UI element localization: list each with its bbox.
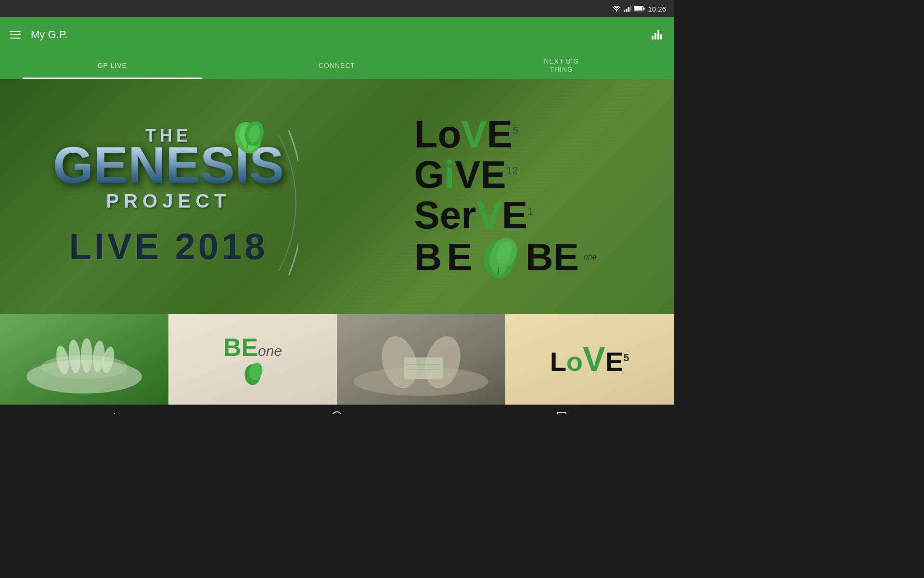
card-hands[interactable] [0,314,168,405]
money-illustration [337,314,505,405]
hero-right: LoVE5 GiVE12 SerVE1 BE BE [337,95,674,298]
tab-next-big-thing[interactable]: NEXT BIGTHING [449,52,674,79]
recents-icon [556,411,567,414]
status-bar: 10:26 [0,0,674,17]
hero-banner: THE GENESIS PROJECT LIVE 2018 LoVE5 GiVE… [0,79,674,314]
app-title: My G.P. [31,28,68,41]
svg-rect-5 [644,8,645,10]
be-one-card-content: BEone [223,333,282,386]
tab-connect[interactable]: CONNECT [225,52,449,79]
love5-card-content: LoVE5 [550,342,629,376]
back-icon [106,411,118,414]
svg-rect-0 [624,10,625,12]
svg-rect-6 [635,7,643,10]
svg-point-22 [81,338,92,373]
svg-rect-2 [628,7,629,12]
signal-icon [624,5,631,12]
give-line: GiVE12 [414,155,597,195]
leaf-icon-right [477,236,521,279]
hero-left: THE GENESIS PROJECT LIVE 2018 [0,106,337,287]
recents-button[interactable] [546,407,577,414]
genesis-logo: THE GENESIS PROJECT [53,126,284,212]
tab-bar: GP LIVE CONNECT NEXT BIGTHING [0,52,674,79]
tab-gp-live[interactable]: GP LIVE [0,52,225,79]
serve-line: SerVE1 [414,195,597,236]
leaf-card [241,362,265,386]
cards-row: BEone [0,314,674,405]
svg-point-35 [332,412,342,414]
home-button[interactable] [321,407,352,414]
nav-bar [0,405,674,414]
project-text: PROJECT [53,190,284,212]
wifi-icon [612,5,621,12]
svg-rect-3 [630,6,632,12]
be-line: BE BE one [414,236,597,279]
svg-marker-34 [110,413,115,414]
love-give-serve-be: LoVE5 GiVE12 SerVE1 BE BE [414,114,597,279]
app-bar: My G.P. [0,17,674,52]
battery-icon [634,5,645,12]
card-love5[interactable]: LoVE5 [505,314,674,405]
chart-icon[interactable] [652,30,662,39]
status-time: 10:26 [648,5,666,13]
svg-rect-1 [626,9,628,12]
leaf-icon-hero [231,121,265,155]
love-line: LoVE5 [414,114,597,155]
card-money[interactable] [337,314,505,405]
svg-rect-36 [557,412,566,414]
back-button[interactable] [97,407,128,414]
svg-rect-31 [404,357,443,379]
hands-illustration [0,314,168,405]
home-icon [331,411,343,414]
card-be-one[interactable]: BEone [168,314,337,405]
status-icons: 10:26 [612,5,666,13]
menu-button[interactable] [10,31,21,39]
